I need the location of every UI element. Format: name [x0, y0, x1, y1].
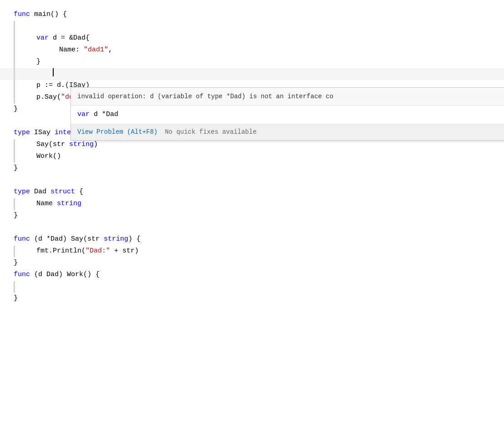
no-quick-fixes: No quick fixes available — [165, 127, 257, 137]
code-text: Dad — [30, 187, 50, 197]
code-text: { — [75, 187, 83, 197]
type-text: d *Dad — [90, 111, 118, 118]
line-bar — [14, 151, 15, 163]
keyword-string: string — [69, 139, 94, 150]
code-text: ) { — [128, 234, 141, 245]
section-gap — [0, 175, 504, 187]
code-line: } — [0, 257, 504, 269]
tooltip-type-info: var d *Dad — [71, 106, 504, 124]
code-text: (d *Dad) Say(str — [30, 234, 104, 245]
tooltip-actions: View Problem (Alt+F8) No quick fixes ava… — [71, 124, 504, 140]
error-text: invalid operation: d (variable of type *… — [77, 93, 333, 100]
code-line: fmt.Println("Dad:" + str) — [0, 246, 504, 257]
code-line: } — [0, 210, 504, 222]
code-line: } — [0, 293, 504, 305]
view-problem-link[interactable]: View Problem (Alt+F8) — [77, 127, 157, 137]
line-bar — [14, 246, 15, 257]
keyword-string: string — [57, 198, 81, 209]
line-bar — [14, 80, 15, 92]
keyword-var: var — [36, 33, 49, 44]
code-line: type Dad struct { — [0, 187, 504, 198]
code-text: Name: — [59, 45, 84, 56]
code-text: p.Say( — [36, 92, 61, 103]
code-text: ) — [94, 139, 98, 150]
code-text: , — [108, 45, 112, 56]
code-editor: func main() { var d = &Dad{ Name: "dad1"… — [0, 0, 504, 444]
code-text: } — [14, 210, 18, 221]
line-bar — [14, 33, 15, 45]
code-line: } — [0, 163, 504, 175]
code-text: main() { — [30, 9, 67, 20]
code-line — [0, 21, 504, 33]
code-line: var d = &Dad{ — [0, 33, 504, 45]
code-line: } — [0, 56, 504, 68]
keyword-struct: struct — [50, 187, 75, 197]
code-line: Say(str string) — [0, 139, 504, 151]
line-bar — [14, 198, 15, 210]
keyword-string: string — [104, 234, 128, 245]
text-cursor — [53, 68, 54, 76]
error-tooltip: invalid operation: d (variable of type *… — [71, 87, 504, 141]
keyword-func: func — [14, 9, 30, 20]
line-bar — [14, 92, 15, 104]
keyword-type: type — [14, 127, 30, 138]
code-text: + str) — [110, 246, 139, 257]
code-line: func (d Dad) Work() { — [0, 269, 504, 281]
code-text: d = &Dad{ — [49, 33, 90, 44]
keyword-func: func — [14, 234, 30, 245]
code-line — [0, 281, 504, 293]
code-text: Work() — [36, 151, 61, 162]
code-line: Work() — [0, 151, 504, 163]
code-line: func (d *Dad) Say(str string) { — [0, 234, 504, 246]
code-text: } — [14, 293, 18, 304]
line-bar — [14, 56, 15, 68]
keyword-func: func — [14, 269, 30, 280]
keyword-type: type — [14, 187, 30, 197]
line-bar — [14, 45, 15, 56]
code-line: Name: "dad1", — [0, 45, 504, 56]
code-line-cursor — [0, 68, 504, 80]
tooltip-error-message: invalid operation: d (variable of type *… — [71, 88, 504, 106]
code-text: fmt.Println( — [36, 246, 86, 257]
code-text: } — [14, 104, 18, 115]
code-line: Name string — [0, 198, 504, 210]
line-bar — [14, 139, 15, 151]
line-bar — [14, 21, 15, 33]
line-bar — [14, 281, 15, 293]
code-text: } — [14, 163, 18, 174]
section-gap — [0, 222, 504, 234]
string-literal: "Dad:" — [86, 246, 110, 257]
code-text: ISay — [30, 127, 55, 138]
code-text: (d Dad) Work() { — [30, 269, 100, 280]
code-text: Name — [36, 198, 57, 209]
code-line: func main() { — [0, 9, 504, 21]
code-text: } — [14, 257, 18, 268]
code-text: Say(str — [36, 139, 69, 150]
string-literal: "dad1" — [84, 45, 108, 56]
code-text: } — [36, 56, 40, 67]
line-bar — [14, 68, 15, 80]
keyword-var: var — [77, 111, 90, 118]
